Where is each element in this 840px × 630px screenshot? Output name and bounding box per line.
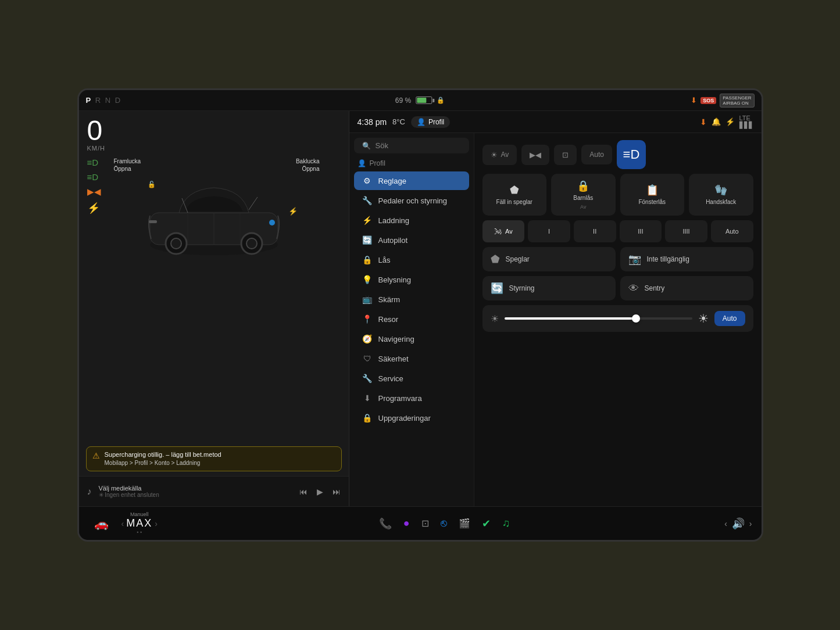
car-home-btn[interactable]: 🚗 bbox=[88, 514, 115, 533]
left-panel: 0 KM/H ≡D ≡D ▶◀ ⚡ FramluckaÖppna Bakluck… bbox=[79, 111, 349, 506]
media-bar: ♪ Välj mediekälla ✳ Ingen enhet ansluten… bbox=[79, 476, 349, 506]
alert-banner[interactable]: ⚠ Supercharging otillig. – lägg till bet… bbox=[86, 446, 342, 471]
menu-item-las[interactable]: 🔒 Lås bbox=[354, 250, 469, 269]
menu-item-programvara[interactable]: ⬇ Programvara bbox=[354, 389, 469, 407]
apps-btn[interactable]: ● bbox=[398, 515, 416, 532]
temp-display: 8°C bbox=[392, 117, 405, 126]
menu-item-skarm[interactable]: 📺 Skärm bbox=[354, 290, 469, 309]
brightness-auto-btn[interactable]: Auto bbox=[714, 311, 745, 326]
search-bar[interactable]: 🔍 Sök bbox=[354, 138, 469, 153]
messages-btn[interactable]: ⊡ bbox=[416, 516, 435, 531]
profile-icon: 👤 bbox=[417, 118, 426, 126]
media-taskbar-icon: 🎬 bbox=[459, 518, 470, 529]
barnlas-label: Barnlås bbox=[573, 195, 593, 202]
menu-item-navigering[interactable]: 🧭 Navigering bbox=[354, 330, 469, 348]
steering-btn[interactable]: 🔄 Styrning bbox=[482, 276, 616, 300]
camera-label: Inte tillgänglig bbox=[647, 255, 689, 263]
las-label: Lås bbox=[378, 256, 391, 264]
wiper-3-label: III bbox=[638, 228, 643, 235]
door-open-icon: 🔓 bbox=[148, 181, 156, 188]
drl-active-btn[interactable]: ≡D bbox=[617, 140, 646, 169]
bt-taskbar-icon: ⎋ bbox=[441, 517, 447, 529]
climate-down-arrow[interactable]: ‹ bbox=[121, 519, 124, 528]
car-visualization: FramluckaÖppna BakluckaÖppna bbox=[79, 152, 349, 442]
brightness-thumb[interactable] bbox=[632, 314, 640, 323]
menu-item-resor[interactable]: 📍 Resor bbox=[354, 310, 469, 328]
drl-active-icon: ≡D bbox=[623, 147, 640, 162]
profile-button[interactable]: 👤 Profil bbox=[411, 116, 450, 128]
service-icon: 🔧 bbox=[362, 374, 373, 383]
handskfack-label: Handskfack bbox=[706, 199, 736, 206]
charge-icon: ⚡ bbox=[288, 207, 298, 216]
phone-btn[interactable]: 📞 bbox=[373, 515, 398, 532]
wiper-3-btn[interactable]: III bbox=[620, 220, 662, 242]
speed-display: 0 KM/H bbox=[87, 117, 106, 152]
prev-button[interactable]: ⏮ bbox=[299, 487, 308, 496]
checklist-icon: ✔ bbox=[482, 517, 491, 530]
pedaler-label: Pedaler och styrning bbox=[378, 196, 448, 205]
media-btn[interactable]: 🎬 bbox=[453, 516, 476, 531]
right-panel: 4:38 pm 8°C 👤 Profil ⬇ 🔔 ⚡ LTE▋▋▋ bbox=[349, 111, 762, 506]
wiper-1-btn[interactable]: I bbox=[528, 220, 570, 242]
next-button[interactable]: ⏭ bbox=[333, 487, 341, 496]
light-btn2[interactable]: ▶◀ bbox=[521, 145, 549, 165]
beam-icon: ⊡ bbox=[562, 151, 569, 159]
programvara-icon: ⬇ bbox=[362, 393, 373, 403]
laddning-label: Laddning bbox=[378, 216, 410, 225]
reglage-label: Reglage bbox=[378, 177, 406, 185]
speed-number: 0 bbox=[87, 117, 106, 145]
fonsterlås-btn[interactable]: 📋 Fönsterlås bbox=[620, 174, 685, 216]
menu-item-reglage[interactable]: ⚙ Reglage bbox=[354, 171, 469, 190]
light-auto-btn[interactable]: Auto bbox=[581, 145, 612, 164]
barnlas-btn[interactable]: 🔒 Barnlås Av bbox=[551, 174, 616, 216]
menu-item-service[interactable]: 🔧 Service bbox=[354, 369, 469, 388]
wiper-auto-btn[interactable]: Auto bbox=[711, 220, 753, 242]
wiper-2-btn[interactable]: II bbox=[574, 220, 616, 242]
reglage-icon: ⚙ bbox=[362, 176, 373, 185]
light-btn3[interactable]: ⊡ bbox=[554, 145, 577, 165]
top-bar-right: ⬇ SOS PASSENGERAIRBAG ON bbox=[691, 94, 754, 108]
framlucka-label: FramluckaÖppna bbox=[114, 158, 141, 173]
vol-up-btn[interactable]: › bbox=[749, 519, 752, 528]
wiper-4-btn[interactable]: IIII bbox=[665, 220, 707, 242]
sentry-btn[interactable]: 👁 Sentry bbox=[620, 276, 753, 300]
skarm-label: Skärm bbox=[378, 295, 401, 304]
menu-item-belysning[interactable]: 💡 Belysning bbox=[354, 270, 469, 289]
alert-main: Supercharging otillig. – lägg till bet.m… bbox=[105, 450, 221, 459]
spotify-btn[interactable]: ♫ bbox=[496, 515, 516, 532]
menu-item-autopilot[interactable]: 🔄 Autopilot bbox=[354, 231, 469, 249]
bt-btn[interactable]: ⎋ bbox=[435, 515, 453, 532]
bottom-taskbar: 🚗 Manuell ‹ MAX › • • 📞 ● ⊡ ⎋ 🎬 ✔ bbox=[79, 506, 762, 540]
menu-item-sakerhet[interactable]: 🛡 Säkerhet bbox=[354, 349, 469, 368]
messages-icon: ⊡ bbox=[421, 518, 429, 529]
car-svg bbox=[138, 169, 289, 262]
climate-up-arrow[interactable]: › bbox=[155, 519, 158, 528]
sos-badge: SOS bbox=[700, 97, 716, 104]
media-controls[interactable]: ⏮ ▶ ⏭ bbox=[299, 487, 341, 496]
phone-icon: 📞 bbox=[379, 517, 392, 530]
svg-point-5 bbox=[246, 238, 257, 249]
las-icon: 🔒 bbox=[362, 255, 373, 264]
brightness-slider[interactable] bbox=[505, 317, 692, 320]
menu-item-pedaler[interactable]: 🔧 Pedaler och styrning bbox=[354, 191, 469, 210]
climate-control: Manuell ‹ MAX › • • bbox=[115, 511, 165, 535]
wiper-off-btn[interactable]: 🌬 Av bbox=[482, 220, 525, 242]
light-off-btn[interactable]: ☀ Av bbox=[482, 145, 517, 165]
fonsterlas-label: Fönsterlås bbox=[638, 199, 666, 206]
climate-value: MAX bbox=[126, 517, 152, 529]
light-off-label: Av bbox=[501, 151, 509, 159]
camera-btn[interactable]: 📷 Inte tillgänglig bbox=[620, 247, 753, 271]
vol-down-btn[interactable]: ‹ bbox=[724, 519, 727, 528]
brightness-icon: ☀ bbox=[491, 313, 499, 324]
main-content: 0 KM/H ≡D ≡D ▶◀ ⚡ FramluckaÖppna Bakluck… bbox=[79, 111, 762, 506]
checklist-btn[interactable]: ✔ bbox=[476, 515, 496, 532]
steering-label: Styrning bbox=[509, 284, 535, 292]
resor-label: Resor bbox=[378, 315, 399, 324]
play-button[interactable]: ▶ bbox=[317, 487, 323, 496]
menu-item-laddning[interactable]: ⚡ Laddning bbox=[354, 211, 469, 230]
mirrors-adj-btn[interactable]: ⬟ Speglar bbox=[482, 247, 616, 271]
autopilot-icon: 🔄 bbox=[362, 235, 373, 245]
fold-mirrors-btn[interactable]: ⬟ Fäll in speglar bbox=[482, 174, 547, 216]
menu-item-uppgraderingar[interactable]: 🔒 Uppgraderingar bbox=[354, 409, 469, 427]
handskfack-btn[interactable]: 🧤 Handskfack bbox=[689, 174, 753, 216]
